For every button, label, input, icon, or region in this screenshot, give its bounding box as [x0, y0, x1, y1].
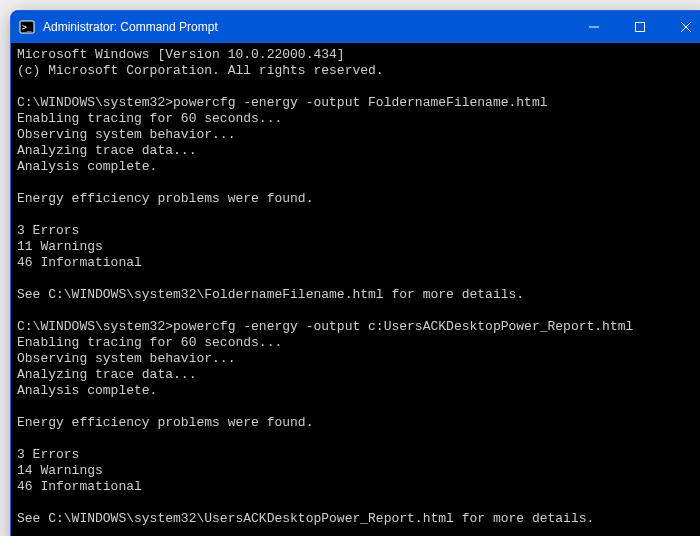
output-line: Analysis complete.	[17, 383, 157, 398]
minimize-icon	[589, 22, 599, 32]
output-line: Energy efficiency problems were found.	[17, 415, 313, 430]
svg-rect-3	[636, 23, 645, 32]
output-line: Analyzing trace data...	[17, 143, 196, 158]
maximize-button[interactable]	[617, 11, 663, 43]
errors-line: 3 Errors	[17, 223, 79, 238]
prompt-1: C:\WINDOWS\system32>	[17, 95, 173, 110]
terminal-output[interactable]: Microsoft Windows [Version 10.0.22000.43…	[11, 43, 700, 536]
command-1: powercfg -energy -output FoldernameFilen…	[173, 95, 547, 110]
output-line: Observing system behavior...	[17, 127, 235, 142]
prompt-line-1: C:\WINDOWS\system32>powercfg -energy -ou…	[17, 95, 548, 110]
output-line: Enabling tracing for 60 seconds...	[17, 335, 282, 350]
titlebar[interactable]: >_ Administrator: Command Prompt	[11, 11, 700, 43]
close-button[interactable]	[663, 11, 700, 43]
svg-text:>_: >_	[22, 23, 32, 32]
command-2: powercfg -energy -output c:UsersACKDeskt…	[173, 319, 633, 334]
info-line: 46 Informational	[17, 255, 142, 270]
copyright-line: (c) Microsoft Corporation. All rights re…	[17, 63, 384, 78]
warnings-line: 11 Warnings	[17, 239, 103, 254]
output-line: Analysis complete.	[17, 159, 157, 174]
cmd-icon: >_	[19, 19, 35, 35]
close-icon	[681, 22, 691, 32]
output-line: Observing system behavior...	[17, 351, 235, 366]
info-line: 46 Informational	[17, 479, 142, 494]
prompt-line-2: C:\WINDOWS\system32>powercfg -energy -ou…	[17, 319, 633, 334]
window-title: Administrator: Command Prompt	[43, 20, 571, 34]
output-line: Enabling tracing for 60 seconds...	[17, 111, 282, 126]
os-version-line: Microsoft Windows [Version 10.0.22000.43…	[17, 47, 345, 62]
maximize-icon	[635, 22, 645, 32]
command-prompt-window: >_ Administrator: Command Prompt Microso…	[10, 10, 700, 536]
warnings-line: 14 Warnings	[17, 463, 103, 478]
output-line: Energy efficiency problems were found.	[17, 191, 313, 206]
window-controls	[571, 11, 700, 43]
see-details-line: See C:\WINDOWS\system32\FoldernameFilena…	[17, 287, 524, 302]
output-line: Analyzing trace data...	[17, 367, 196, 382]
prompt-2: C:\WINDOWS\system32>	[17, 319, 173, 334]
errors-line: 3 Errors	[17, 447, 79, 462]
see-details-line: See C:\WINDOWS\system32\UsersACKDesktopP…	[17, 511, 594, 526]
minimize-button[interactable]	[571, 11, 617, 43]
